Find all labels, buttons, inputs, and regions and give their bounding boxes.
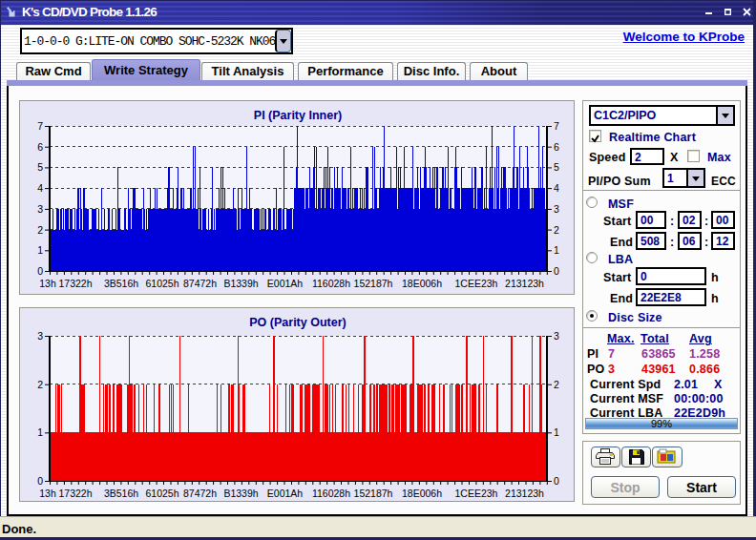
svg-text:213123h: 213123h	[505, 278, 544, 289]
svg-text:116028h: 116028h	[312, 488, 350, 499]
svg-text:6: 6	[37, 141, 43, 153]
svg-text:3: 3	[554, 203, 559, 215]
svg-text:61025h: 61025h	[145, 488, 178, 499]
svg-text:6: 6	[554, 141, 559, 153]
svg-text:5: 5	[554, 161, 559, 173]
svg-text:18E006h: 18E006h	[402, 278, 442, 289]
svg-text:3: 3	[37, 330, 43, 342]
svg-text:3B516h: 3B516h	[104, 488, 138, 499]
svg-text:18E006h: 18E006h	[402, 488, 442, 499]
svg-text:3B516h: 3B516h	[104, 278, 138, 289]
svg-text:17322h: 17322h	[58, 488, 92, 499]
svg-text:4: 4	[37, 182, 43, 194]
svg-text:17322h: 17322h	[58, 278, 92, 289]
svg-text:1: 1	[554, 426, 559, 438]
svg-text:87472h: 87472h	[183, 278, 217, 289]
svg-text:152187h: 152187h	[354, 488, 393, 499]
svg-text:213123h: 213123h	[505, 488, 544, 499]
svg-text:0: 0	[554, 265, 559, 277]
svg-text:1CEE23h: 1CEE23h	[455, 278, 498, 289]
svg-text:1: 1	[37, 244, 43, 256]
svg-text:1: 1	[554, 244, 559, 256]
svg-text:B1339h: B1339h	[223, 278, 258, 289]
svg-text:0: 0	[37, 265, 43, 277]
svg-text:4: 4	[554, 182, 559, 194]
svg-text:PI (Parity Inner): PI (Parity Inner)	[254, 109, 342, 122]
svg-text:7: 7	[554, 120, 559, 132]
svg-text:61025h: 61025h	[145, 278, 178, 289]
svg-text:B1339h: B1339h	[223, 488, 258, 499]
svg-text:2: 2	[554, 379, 559, 390]
svg-text:E001Ah: E001Ah	[267, 278, 304, 289]
svg-text:2: 2	[37, 379, 43, 390]
svg-text:0: 0	[37, 475, 43, 487]
svg-text:87472h: 87472h	[183, 488, 217, 499]
svg-text:13h: 13h	[39, 488, 56, 499]
svg-text:3: 3	[37, 203, 43, 215]
svg-text:E001Ah: E001Ah	[267, 488, 304, 499]
svg-text:152187h: 152187h	[354, 278, 393, 289]
svg-text:5: 5	[37, 161, 43, 173]
svg-text:PO (Parity Outer): PO (Parity Outer)	[249, 316, 346, 329]
svg-text:0: 0	[554, 475, 559, 487]
svg-text:13h: 13h	[39, 278, 56, 289]
svg-text:1: 1	[37, 426, 43, 438]
svg-text:1CEE23h: 1CEE23h	[455, 488, 498, 499]
svg-text:3: 3	[554, 330, 559, 342]
svg-text:2: 2	[554, 224, 559, 236]
svg-text:7: 7	[37, 120, 43, 132]
svg-text:2: 2	[37, 224, 43, 236]
svg-text:116028h: 116028h	[312, 278, 350, 289]
